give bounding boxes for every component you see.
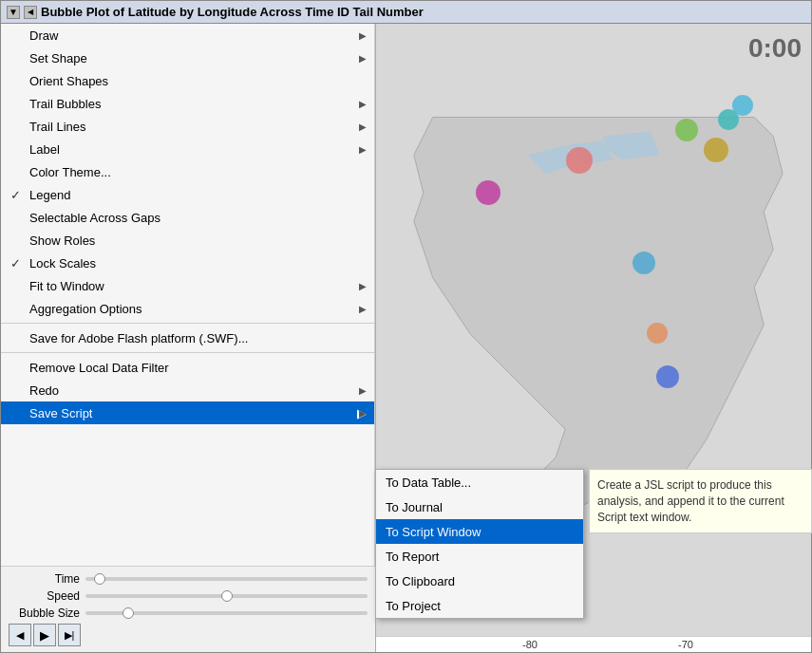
x-axis-label-1: -80 — [522, 639, 538, 650]
menu-item-remove-filter[interactable]: Remove Local Data Filter — [1, 356, 374, 379]
menu-item-fit-to-window[interactable]: Fit to Window — [1, 274, 374, 297]
time-thumb[interactable] — [94, 573, 105, 585]
rewind-button[interactable]: ◀ — [9, 624, 31, 646]
submenu-item-report[interactable]: To Report — [376, 544, 583, 569]
menu-item-trail-bubbles[interactable]: Trail Bubbles — [1, 92, 374, 115]
menu-item-draw[interactable]: Draw — [1, 24, 374, 47]
menu-separator-2 — [1, 352, 374, 353]
submenu-item-project[interactable]: To Project — [376, 593, 583, 618]
menu-item-lock-scales[interactable]: Lock Scales — [1, 252, 374, 274]
menu-separator-1 — [1, 323, 374, 324]
bottom-controls: Time Speed Bubble Size ◀ ▶ ▶| — [1, 566, 375, 652]
timer-display: 0:00 — [748, 33, 802, 64]
playback-controls: ◀ ▶ ▶| — [9, 624, 368, 646]
bubble-7 — [633, 252, 655, 274]
submenu-item-data-table[interactable]: To Data Table... — [376, 470, 583, 494]
bubble-9 — [656, 365, 679, 388]
bubble-size-thumb[interactable] — [123, 607, 134, 619]
time-row: Time — [9, 572, 368, 586]
time-slider[interactable] — [85, 577, 368, 581]
submenu-item-journal[interactable]: To Journal — [376, 494, 583, 519]
map-shape — [414, 117, 783, 513]
tooltip-text: Create a JSL script to produce this anal… — [597, 478, 784, 524]
menu-item-orient-shapes[interactable]: Orient Shapes — [1, 69, 374, 92]
x-axis: -80 -70 — [376, 636, 811, 652]
bubble-2 — [675, 119, 698, 141]
time-label: Time — [9, 572, 80, 586]
speed-row: Speed — [9, 589, 368, 603]
menu-item-selectable-across-gaps[interactable]: Selectable Across Gaps — [1, 206, 374, 229]
bubble-8 — [647, 323, 668, 344]
bubble-size-slider[interactable] — [85, 611, 368, 615]
menu-item-save-script[interactable]: Save Script▶ — [1, 401, 374, 424]
menu-item-save-flash[interactable]: Save for Adobe Flash platform (.SWF)... — [1, 326, 374, 349]
play-button[interactable]: ▶ — [33, 624, 56, 646]
x-axis-label-2: -70 — [678, 639, 693, 650]
context-menu: Draw Set Shape Orient Shapes Trail Bubbl… — [1, 24, 375, 566]
submenu-item-script-window[interactable]: To Script Window — [376, 519, 583, 544]
menu-item-redo[interactable]: Redo — [1, 379, 374, 401]
menu-item-show-roles[interactable]: Show Roles — [1, 229, 374, 252]
expand-icon[interactable]: ◀ — [24, 6, 37, 19]
tooltip-box: Create a JSL script to produce this anal… — [589, 469, 812, 533]
bubble-size-label: Bubble Size — [9, 606, 80, 620]
menu-item-label[interactable]: Label — [1, 138, 374, 160]
menu-item-trail-lines[interactable]: Trail Lines — [1, 115, 374, 138]
menu-item-set-shape[interactable]: Set Shape — [1, 47, 374, 69]
speed-thumb[interactable] — [221, 590, 233, 602]
bubble-6 — [476, 180, 500, 205]
bubble-4 — [704, 138, 728, 162]
menu-item-color-theme[interactable]: Color Theme... — [1, 160, 374, 183]
menu-item-legend[interactable]: Legend — [1, 183, 374, 206]
next-button[interactable]: ▶| — [58, 624, 81, 646]
speed-slider[interactable] — [85, 594, 368, 598]
save-script-submenu: To Data Table... To Journal To Script Wi… — [375, 469, 584, 619]
menu-item-aggregation-options[interactable]: Aggregation Options — [1, 297, 374, 320]
submenu-item-clipboard[interactable]: To Clipboard — [376, 569, 583, 593]
bubble-5 — [718, 109, 739, 130]
collapse-icon[interactable]: ▼ — [7, 6, 20, 19]
speed-label: Speed — [9, 589, 80, 603]
page-title: Bubble Plot of Latitude by Longitude Acr… — [41, 5, 424, 19]
bubble-1 — [566, 147, 593, 174]
title-bar: ▼ ◀ Bubble Plot of Latitude by Longitude… — [0, 0, 812, 23]
bubble-size-row: Bubble Size — [9, 606, 368, 620]
left-panel: Draw Set Shape Orient Shapes Trail Bubbl… — [1, 24, 376, 652]
